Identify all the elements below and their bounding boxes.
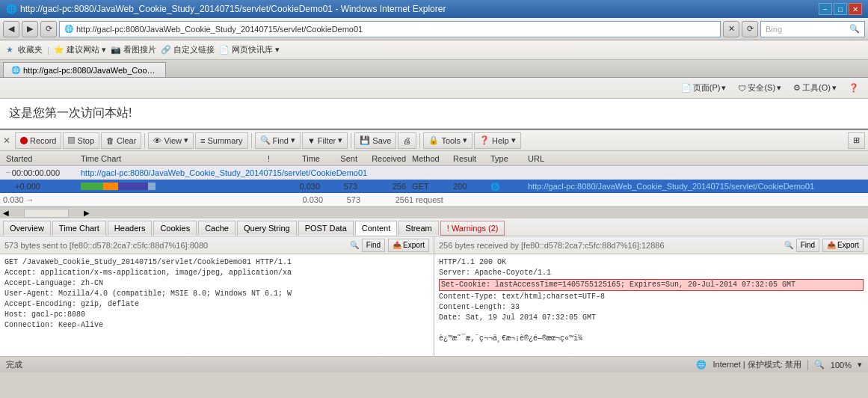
record-icon: [20, 137, 28, 144]
detail-content: 573 bytes sent to [fe80::d578:2ca7:c5fc:…: [0, 236, 868, 356]
stop-button[interactable]: ✕: [723, 21, 739, 37]
filter-icon: ▼: [307, 136, 316, 145]
right-export-button[interactable]: 📤 Export: [822, 239, 864, 252]
row1-url: http://gacl-pc:8080/JavaWeb_Cookie_Study…: [78, 168, 865, 177]
status-right: 🌐 Internet | 保护模式: 禁用 🔍 100%▾: [696, 359, 862, 370]
tc-connect: [81, 183, 103, 190]
fav-sep: |: [47, 46, 49, 55]
find-icon: 🔍: [260, 135, 271, 145]
find-label: Find: [273, 136, 289, 145]
nav-bar: ◀ ▶ ⟳ 🌐 http://gacl-pc:8080/JavaWeb_Cook…: [0, 18, 868, 40]
right-content: HTTP/1.1 200 OK Server: Apache-Coyote/1.…: [434, 254, 868, 356]
httpwatch-panel: ✕ Record Stop 🗑 Clear 👁 View▾ ≡ Summary …: [0, 129, 868, 356]
row2-recv: 256: [360, 182, 409, 191]
page-button[interactable]: 📄 页面(P)▾: [678, 81, 730, 95]
right-find-button[interactable]: Find: [796, 239, 819, 252]
timechart-bar: [81, 183, 262, 190]
fav-item-images[interactable]: 📷 看图搜片: [111, 44, 156, 55]
favorites-label[interactable]: 收藏夹: [18, 44, 43, 55]
type-icon: 🌐: [490, 183, 499, 191]
left-find-button[interactable]: Find: [362, 239, 385, 252]
table-row-summary: 0.030 → 0.030 573 256 1 request: [0, 193, 868, 206]
back-button[interactable]: ◀: [3, 21, 19, 37]
title-bar-left: 🌐 http://gacl-pc:8080/JavaWeb_Cookie_Stu…: [6, 4, 446, 14]
left-bytes: 573 bytes sent to [fe80::d578:2ca7:c5fc:…: [4, 241, 208, 250]
fav-item-suggested[interactable]: ⭐ 建议网站 ▾: [54, 44, 106, 55]
help-label: Help: [492, 136, 509, 145]
header-method: Method: [409, 154, 450, 163]
filter-button[interactable]: ▼ Filter▾: [302, 132, 348, 149]
tab-querystring[interactable]: Query String: [237, 221, 297, 236]
browser-tab[interactable]: 🌐 http://gacl-pc:8080/JavaWeb_Cookie_Stu…: [3, 62, 166, 77]
tab-cookies[interactable]: Cookies: [153, 221, 197, 236]
row1-started: − 00:00:00.000: [3, 168, 78, 177]
tab-overview[interactable]: Overview: [3, 221, 51, 236]
fav-item-quicklinks[interactable]: 📄 网页快讯库 ▾: [219, 44, 280, 55]
header-received: Received: [360, 154, 409, 163]
save-label: Save: [372, 136, 391, 145]
refresh2-button[interactable]: ⟳: [742, 21, 758, 37]
scroll-area[interactable]: ◀ ▶: [0, 206, 868, 218]
ie-icon: 🌐: [6, 4, 17, 14]
filter-label: Filter: [318, 136, 336, 145]
row2-method: GET: [409, 182, 450, 191]
tools-button[interactable]: ⚙ 工具(O)▾: [790, 81, 840, 95]
table-row[interactable]: +0.000 0.030 573 256 GET 200 🌐 http://ga…: [0, 180, 868, 193]
hw-expand-button[interactable]: ⊞: [848, 132, 865, 149]
record-button[interactable]: Record: [15, 132, 61, 149]
tools-lock-icon: 🔒: [428, 135, 439, 145]
row2-time: 0.030: [278, 182, 323, 191]
record-label: Record: [30, 136, 56, 145]
status-text: 完成: [6, 359, 22, 370]
header-excl: !: [265, 154, 278, 163]
tab-headers[interactable]: Headers: [108, 221, 153, 236]
favorites-bar: ★ 收藏夹 | ⭐ 建议网站 ▾ 📷 看图搜片 🔗 自定义链接 📄 网页快讯库 …: [0, 40, 868, 60]
maximize-button[interactable]: □: [834, 3, 847, 15]
tab-content[interactable]: Content: [355, 221, 398, 236]
title-bar-controls[interactable]: − □ ✕: [819, 3, 862, 15]
req-table-header: Started Time Chart ! Time Sent Received …: [0, 151, 868, 166]
tab-postdata[interactable]: POST Data: [298, 221, 354, 236]
left-export-button[interactable]: 📤 Export: [388, 239, 429, 252]
stop-hw-button[interactable]: Stop: [63, 132, 99, 149]
scroll-thumb[interactable]: [24, 209, 69, 218]
save-button[interactable]: 💾 Save: [354, 132, 396, 149]
clear-button[interactable]: 🗑 Clear: [101, 132, 141, 149]
scroll-right-button[interactable]: ▶: [81, 209, 93, 217]
right-text-normal-1: HTTP/1.1 200 OK Server: Apache-Coyote/1.…: [439, 257, 864, 278]
find-hw-button[interactable]: 🔍 Find▾: [255, 132, 301, 149]
page-main-text: 这是您第一次访问本站!: [9, 105, 132, 121]
clear-icon: 🗑: [106, 136, 114, 145]
tab-cache[interactable]: Cache: [198, 221, 236, 236]
stop-icon: [68, 137, 75, 144]
status-sep: [807, 360, 808, 370]
print-button[interactable]: 🖨: [398, 132, 416, 149]
forward-button[interactable]: ▶: [22, 21, 38, 37]
tab-warnings[interactable]: ! Warnings (2): [440, 221, 505, 236]
summary-label: Summary: [207, 136, 242, 145]
tools-hw-button[interactable]: 🔒 Tools▾: [423, 132, 473, 149]
shield-icon: 🛡: [738, 84, 746, 93]
view-button[interactable]: 👁 View▾: [148, 132, 194, 149]
window-title: http://gacl-pc:8080/JavaWeb_Cookie_Study…: [20, 4, 446, 14]
fav-item-custom[interactable]: 🔗 自定义链接: [161, 44, 215, 55]
refresh-button[interactable]: ⟳: [40, 21, 57, 37]
row2-type: 🌐: [487, 182, 525, 191]
address-bar[interactable]: 🌐 http://gacl-pc:8080/JavaWeb_Cookie_Stu…: [59, 21, 721, 37]
tab-stream[interactable]: Stream: [398, 221, 438, 236]
minimize-button[interactable]: −: [819, 3, 832, 15]
star-icon: ★: [6, 45, 13, 55]
close-button[interactable]: ✕: [849, 3, 862, 15]
hw-close-button[interactable]: ✕: [3, 135, 10, 146]
table-row[interactable]: − 00:00:00.000 http://gacl-pc:8080/JavaW…: [0, 166, 868, 180]
help-button[interactable]: ❓: [846, 82, 862, 94]
safety-button[interactable]: 🛡 安全(S)▾: [735, 81, 784, 95]
help-hw-button[interactable]: ❓ Help▾: [474, 132, 521, 149]
scroll-left-button[interactable]: ◀: [0, 209, 12, 217]
zone-text: Internet | 保护模式: 禁用: [712, 359, 801, 370]
tab-timechart[interactable]: Time Chart: [52, 221, 106, 236]
left-content: GET /JavaWeb_Cookie_Study_20140715/servl…: [0, 254, 434, 356]
summary-button[interactable]: ≡ Summary: [195, 132, 247, 149]
summary-icon: ≡: [200, 136, 205, 145]
search-box[interactable]: Bing 🔍: [760, 21, 865, 37]
